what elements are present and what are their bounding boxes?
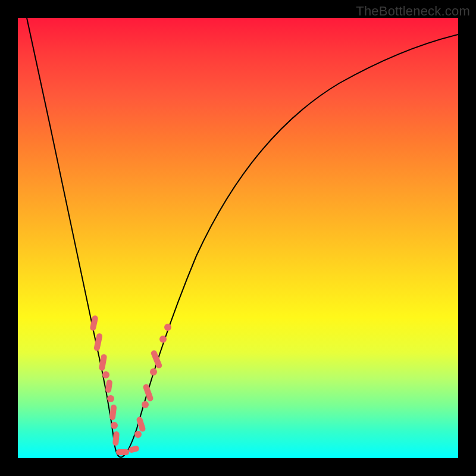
svg-point-11 xyxy=(134,431,142,438)
svg-point-3 xyxy=(102,371,109,378)
bottleneck-curve-svg xyxy=(18,18,458,458)
bottleneck-curve xyxy=(27,18,458,457)
svg-point-15 xyxy=(150,368,157,375)
chart-plot-area xyxy=(18,18,458,458)
svg-point-7 xyxy=(111,422,118,429)
svg-rect-12 xyxy=(136,416,146,433)
svg-rect-6 xyxy=(109,404,117,420)
svg-rect-16 xyxy=(150,349,162,369)
svg-point-13 xyxy=(142,401,149,408)
svg-rect-14 xyxy=(142,383,154,402)
curve-marker-group xyxy=(89,315,171,455)
svg-rect-9 xyxy=(116,449,129,455)
svg-point-5 xyxy=(107,395,114,402)
watermark-text: TheBottleneck.com xyxy=(356,4,470,19)
svg-point-17 xyxy=(159,336,167,343)
svg-point-18 xyxy=(164,324,171,331)
svg-rect-4 xyxy=(105,379,113,393)
